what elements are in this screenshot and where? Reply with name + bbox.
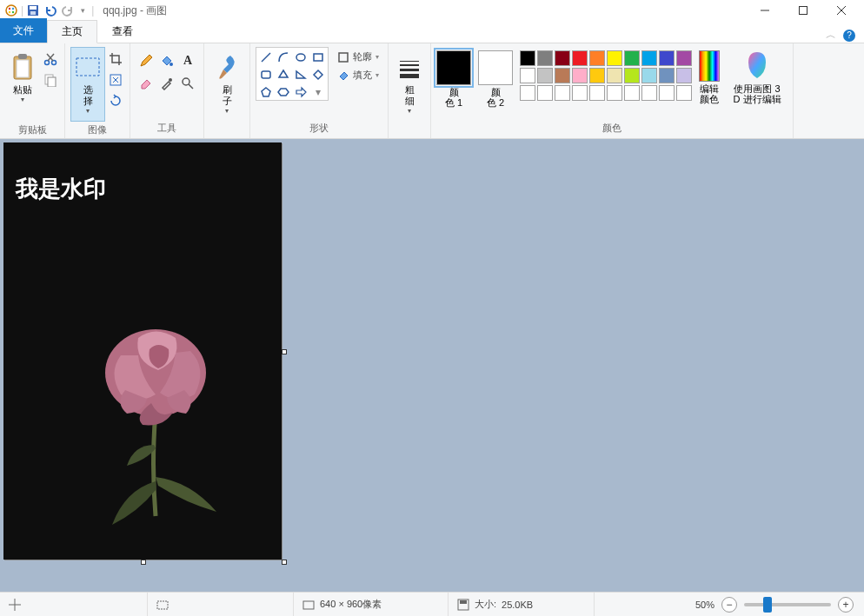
color-swatch[interactable] <box>537 85 553 101</box>
shapes-gallery[interactable]: ▾ <box>256 47 329 101</box>
color-swatch[interactable] <box>676 85 692 101</box>
color-swatch[interactable] <box>520 50 535 66</box>
canvas-area[interactable]: 我是水印 <box>0 139 864 592</box>
shape-polygon-icon[interactable] <box>276 67 291 83</box>
rotate-icon[interactable] <box>107 92 124 109</box>
zoom-slider[interactable] <box>744 603 831 606</box>
file-size: 大小: 25.0KB <box>449 593 595 616</box>
text-icon[interactable]: A <box>179 52 196 70</box>
color1-button[interactable]: 颜 色 1 <box>436 47 471 108</box>
color-swatch[interactable] <box>537 68 553 83</box>
brushes-button[interactable]: 刷 子 ▾ <box>209 47 244 122</box>
minimize-button[interactable] <box>746 0 784 21</box>
undo-icon[interactable] <box>43 3 58 18</box>
copy-icon[interactable] <box>42 71 59 89</box>
zoom-level: 50% <box>695 599 714 610</box>
color-swatch[interactable] <box>555 68 570 83</box>
qat-customize-icon[interactable]: ▾ <box>77 3 88 18</box>
color-swatch[interactable] <box>607 85 622 101</box>
zoom-thumb[interactable] <box>763 597 772 613</box>
tab-view[interactable]: 查看 <box>97 20 148 43</box>
shape-hexagon-icon[interactable] <box>276 84 291 100</box>
shape-diamond-icon[interactable] <box>310 67 326 83</box>
color-swatch[interactable] <box>572 85 588 101</box>
shape-line-icon[interactable] <box>258 50 274 65</box>
tab-home[interactable]: 主页 <box>47 20 97 43</box>
redo-icon[interactable] <box>60 3 76 18</box>
color-swatch[interactable] <box>641 68 657 83</box>
svg-rect-41 <box>157 601 168 609</box>
image-dimensions: 640 × 960像素 <box>294 593 449 616</box>
canvas[interactable]: 我是水印 <box>3 142 282 560</box>
resize-handle-s[interactable] <box>141 560 146 565</box>
color-picker-icon[interactable] <box>158 75 176 92</box>
color-swatch[interactable] <box>624 68 640 83</box>
color-swatch[interactable] <box>659 85 675 101</box>
color-swatch[interactable] <box>572 50 588 66</box>
color-swatch[interactable] <box>641 50 657 66</box>
color-swatch[interactable] <box>676 68 692 83</box>
group-image: 选 择 ▾ 图像 <box>65 43 130 138</box>
selection-size-icon <box>156 599 169 611</box>
color-swatch[interactable] <box>520 85 535 101</box>
color-swatch[interactable] <box>607 50 622 66</box>
shape-more-icon[interactable]: ▾ <box>310 84 326 100</box>
zoom-out-button[interactable]: − <box>721 597 737 613</box>
maximize-button[interactable] <box>784 0 822 21</box>
close-button[interactable] <box>822 0 861 21</box>
svg-point-24 <box>169 78 172 82</box>
select-button[interactable]: 选 择 ▾ <box>70 47 105 122</box>
paint-app-icon[interactable] <box>3 3 19 18</box>
eraser-icon[interactable] <box>137 75 155 92</box>
cut-icon[interactable] <box>42 50 59 68</box>
shape-roundrect-icon[interactable] <box>258 67 274 83</box>
color-swatch[interactable] <box>555 50 570 66</box>
tab-file[interactable]: 文件 <box>0 18 47 43</box>
fill-icon[interactable] <box>158 52 176 70</box>
color-swatch[interactable] <box>589 50 605 66</box>
color2-button[interactable]: 颜 色 2 <box>478 47 513 108</box>
color-swatch[interactable] <box>659 50 675 66</box>
paint3d-button[interactable]: 使用画图 3 D 进行编辑 <box>727 47 788 104</box>
shape-rect-icon[interactable] <box>310 50 326 65</box>
color-swatch[interactable] <box>537 50 553 66</box>
color-swatch[interactable] <box>572 68 588 83</box>
color-swatch[interactable] <box>589 68 605 83</box>
color-swatch[interactable] <box>641 85 657 101</box>
help-icon[interactable]: ? <box>843 30 855 42</box>
color-swatch[interactable] <box>555 85 570 101</box>
color-swatch[interactable] <box>607 68 622 83</box>
shape-arrow-right-icon[interactable] <box>293 84 309 100</box>
paste-button[interactable]: 粘贴 ▾ <box>5 47 40 122</box>
zoom-in-button[interactable]: + <box>838 597 854 613</box>
crosshair-icon <box>9 599 21 611</box>
shape-outline-button[interactable]: 轮廓▾ <box>334 49 382 65</box>
shape-triangle-icon[interactable] <box>293 67 309 83</box>
color-swatch[interactable] <box>659 68 675 83</box>
crop-icon[interactable] <box>107 50 124 68</box>
color-palette <box>520 47 692 101</box>
resize-handle-se[interactable] <box>282 560 287 565</box>
window-controls <box>746 0 861 21</box>
thickness-button[interactable]: 粗 细 ▾ <box>394 47 425 122</box>
color-swatch[interactable] <box>624 85 640 101</box>
save-icon[interactable] <box>25 3 41 18</box>
title-bar: | ▾ | qqq.jpg - 画图 <box>0 0 864 21</box>
resize-handle-e[interactable] <box>282 349 287 354</box>
magnifier-icon[interactable] <box>179 75 196 92</box>
resize-icon[interactable] <box>107 71 124 89</box>
collapse-ribbon-icon[interactable]: ︿ <box>826 28 836 43</box>
color-swatch[interactable] <box>589 85 605 101</box>
shape-pentagon-icon[interactable] <box>258 84 274 100</box>
ribbon: 粘贴 ▾ 剪贴板 选 择 ▾ 图像 <box>0 43 864 139</box>
ribbon-tabs: 文件 主页 查看 ︿ ? <box>0 21 864 43</box>
shape-curve-icon[interactable] <box>276 50 291 65</box>
svg-rect-7 <box>30 11 36 15</box>
pencil-icon[interactable] <box>137 52 155 70</box>
shape-oval-icon[interactable] <box>293 50 309 65</box>
color-swatch[interactable] <box>676 50 692 66</box>
color-swatch[interactable] <box>520 68 535 83</box>
color-swatch[interactable] <box>624 50 640 66</box>
edit-colors-button[interactable]: 编辑 颜色 <box>699 47 720 104</box>
shape-fill-button[interactable]: 填充▾ <box>334 67 382 83</box>
